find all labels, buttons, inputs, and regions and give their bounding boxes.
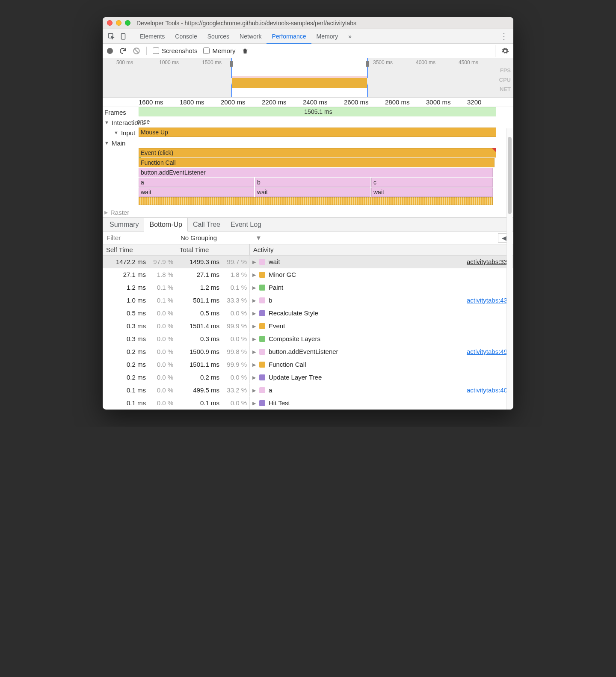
subtab-call-tree[interactable]: Call Tree (188, 218, 225, 231)
tab-network[interactable]: Network (234, 29, 267, 44)
activity-cell: ▶Recalculate Style (250, 307, 513, 320)
selection-handle-right[interactable] (366, 61, 369, 67)
gear-icon[interactable] (501, 47, 509, 55)
window-title: Developer Tools - https://googlechrome.g… (134, 20, 509, 27)
self-time-cell: 0.2 ms0.0 % (103, 371, 176, 384)
gc-stripe-bar[interactable] (139, 197, 493, 205)
total-time-cell: 1501.1 ms99.9 % (176, 358, 250, 371)
overview-strip[interactable]: 500 ms1000 ms1500 ms2000 ms2500 ms3000 m… (103, 58, 513, 98)
wait-bar-3[interactable]: wait (371, 187, 493, 197)
self-time-cell: 27.1 ms1.8 % (103, 268, 176, 281)
total-time-cell: 1.2 ms0.1 % (176, 281, 250, 294)
call-b-bar[interactable]: b (255, 178, 370, 187)
interactions-label[interactable]: ▼Interactions (103, 117, 139, 128)
expand-icon[interactable]: ▶ (252, 360, 256, 369)
expand-icon[interactable]: ▶ (252, 373, 256, 382)
minimize-icon[interactable] (116, 20, 121, 26)
grouping-select[interactable]: No Grouping ▼ (176, 234, 262, 241)
call-c-bar[interactable]: c (371, 178, 493, 187)
tab-console[interactable]: Console (170, 29, 202, 44)
activity-name: button.addEventListener (269, 347, 338, 356)
clear-icon[interactable] (133, 47, 140, 55)
reload-icon[interactable] (119, 47, 127, 55)
main-label[interactable]: ▼Main (103, 138, 139, 148)
source-link[interactable]: activitytabs:43 (467, 296, 511, 305)
source-link[interactable]: activitytabs:40 (467, 386, 511, 395)
timeline-tick: 2000 ms (221, 98, 262, 106)
tab-elements[interactable]: Elements (135, 29, 170, 44)
filter-input[interactable] (103, 232, 176, 244)
raster-label[interactable]: ▶Raster (103, 207, 139, 217)
listener-bar[interactable]: button.addEventListener (139, 168, 493, 177)
expand-icon[interactable]: ▶ (252, 347, 256, 356)
screenshots-toggle[interactable]: Screenshots (153, 47, 197, 54)
flame-chart[interactable]: 1600 ms1800 ms2000 ms2200 ms2400 ms2600 … (103, 98, 513, 218)
total-time-cell: 1500.9 ms99.8 % (176, 345, 250, 358)
scrollbar[interactable] (506, 128, 512, 410)
subtab-summary[interactable]: Summary (104, 218, 144, 231)
selection-handle-left[interactable] (230, 61, 233, 67)
tab-memory[interactable]: Memory (311, 29, 344, 44)
col-total-time[interactable]: Total Time (176, 244, 250, 255)
source-link[interactable]: activitytabs:49 (467, 347, 511, 356)
perf-toolbar: Screenshots Memory (103, 44, 513, 58)
trash-icon[interactable] (242, 48, 249, 54)
scrollbar-thumb[interactable] (508, 137, 512, 214)
activity-name: b (269, 296, 272, 305)
expand-icon[interactable]: ▶ (252, 283, 256, 292)
tab-performance[interactable]: Performance (267, 29, 311, 44)
expand-icon[interactable]: ▶ (252, 296, 256, 305)
cpu-plot (232, 76, 367, 88)
expand-icon[interactable]: ▶ (252, 321, 256, 331)
col-activity[interactable]: Activity (250, 244, 513, 255)
input-event-bar[interactable]: Mouse Up (139, 128, 496, 137)
function-call-bar[interactable]: Function Call (139, 158, 495, 167)
total-time-cell: 0.5 ms0.0 % (176, 307, 250, 320)
total-time-cell: 0.1 ms0.0 % (176, 397, 250, 410)
expand-icon[interactable]: ▶ (252, 334, 256, 344)
inspect-icon[interactable] (105, 30, 117, 42)
subtab-event-log[interactable]: Event Log (225, 218, 267, 231)
tab-sources[interactable]: Sources (202, 29, 234, 44)
call-a-bar[interactable]: a (139, 178, 254, 187)
record-icon[interactable] (107, 48, 113, 54)
chevron-down-icon: ▼ (255, 234, 262, 241)
memory-toggle[interactable]: Memory (203, 47, 235, 54)
maximize-icon[interactable] (125, 20, 130, 26)
tab-more[interactable]: » (343, 29, 357, 44)
activity-cell: ▶button.addEventListeneractivitytabs:49 (250, 345, 513, 358)
col-self-time[interactable]: Self Time (103, 244, 176, 255)
activity-cell: ▶Composite Layers (250, 333, 513, 345)
settings-menu-icon[interactable]: ⋮ (495, 31, 513, 42)
expand-icon[interactable]: ▶ (252, 386, 256, 395)
wait-bar-2[interactable]: wait (255, 187, 370, 197)
self-time-cell: 0.5 ms0.0 % (103, 307, 176, 320)
devtools-window: Developer Tools - https://googlechrome.g… (103, 17, 513, 410)
activity-cell: ▶Function Call (250, 358, 513, 371)
expand-icon[interactable]: ▶ (252, 270, 256, 279)
close-icon[interactable] (107, 20, 113, 26)
device-icon[interactable] (117, 30, 129, 42)
wait-bar-1[interactable]: wait (139, 187, 254, 197)
activity-name: Update Layer Tree (269, 373, 322, 382)
expand-icon[interactable]: ▶ (252, 257, 256, 267)
self-time-cell: 0.1 ms0.0 % (103, 397, 176, 410)
traffic-lights (107, 20, 130, 26)
event-bar[interactable]: Event (click) (139, 148, 496, 157)
overview-tick: 500 ms (116, 59, 159, 65)
source-link[interactable]: activitytabs:33 (467, 257, 511, 267)
overview-tick: 4000 ms (416, 59, 459, 65)
frame-bar[interactable]: 1505.1 ms (139, 107, 496, 116)
category-swatch (259, 297, 265, 303)
self-time-cell: 0.3 ms0.0 % (103, 320, 176, 333)
timeline-tick: 1600 ms (139, 98, 180, 106)
category-swatch (259, 349, 265, 355)
activity-cell: ▶Event (250, 320, 513, 333)
activity-name: wait (269, 257, 280, 267)
expand-icon[interactable]: ▶ (252, 398, 256, 408)
subtab-bottom-up[interactable]: Bottom-Up (144, 218, 187, 232)
input-label[interactable]: ▼Input (103, 128, 139, 138)
activity-cell: ▶Paint (250, 281, 513, 294)
overview-selection[interactable] (231, 58, 368, 97)
expand-icon[interactable]: ▶ (252, 309, 256, 318)
